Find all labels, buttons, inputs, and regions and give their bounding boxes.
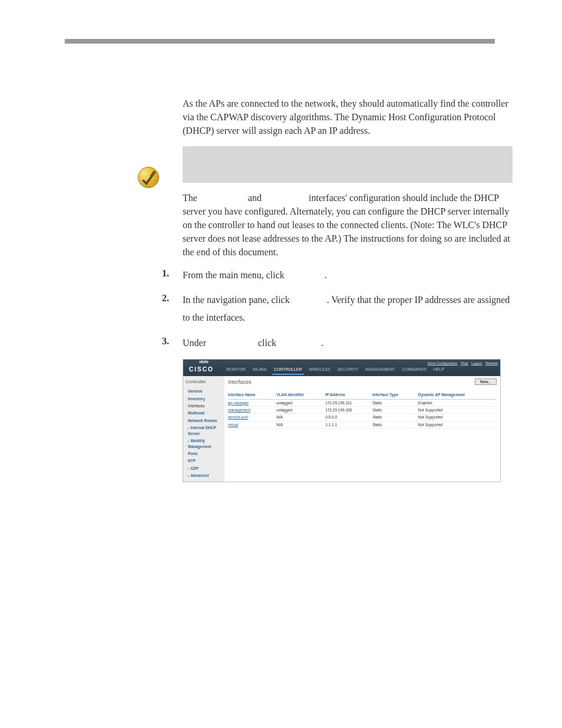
step-3-text-a: Under <box>183 338 209 348</box>
cell-vlan: N/A <box>276 414 325 421</box>
step-1: 1. From the main menu, click . <box>162 266 515 284</box>
note-box <box>183 146 513 183</box>
cell-vlan: untagged <box>276 399 325 406</box>
table-row: management untagged 172.29.199.100 Stati… <box>228 406 497 413</box>
sidebar-item-advanced[interactable]: Advanced <box>186 472 222 479</box>
p2-part-a: The <box>183 193 197 203</box>
link-ping[interactable]: Ping <box>461 361 468 365</box>
th-interface-name: Interface Name <box>228 391 276 399</box>
link-refresh[interactable]: Refresh <box>485 361 498 365</box>
th-type: Interface Type <box>372 391 418 399</box>
th-ip: IP Address <box>325 391 372 399</box>
ss-top-links: Save Configuration Ping Logout Refresh <box>425 361 498 366</box>
step-3-text-c: . <box>321 338 323 348</box>
sidebar-item-inventory[interactable]: Inventory <box>186 395 222 402</box>
paragraph-2: The and interfaces' configuration should… <box>183 191 515 259</box>
step-3-num: 3. <box>162 334 183 348</box>
sidebar-title: Controller <box>186 378 222 386</box>
table-row: virtual N/A 1.1.1.1 Static Not Supported <box>228 421 497 428</box>
sidebar-item-ntp[interactable]: NTP <box>186 457 222 465</box>
nav-commands[interactable]: COMMANDS <box>400 365 428 375</box>
cell-interface-name[interactable]: virtual <box>228 421 276 428</box>
cell-dynamic-ap: Enabled <box>418 399 497 406</box>
sidebar-item-network-routes[interactable]: Network Routes <box>186 417 222 424</box>
sidebar-item-ports[interactable]: Ports <box>186 450 222 457</box>
note-icon <box>136 165 161 190</box>
svg-point-0 <box>138 167 159 188</box>
step-1-text-b: . <box>325 270 327 280</box>
nav-management[interactable]: MANAGEMENT <box>363 365 396 375</box>
table-row: ap-manager untagged 172.29.199.101 Stati… <box>228 399 497 406</box>
interfaces-table: Interface Name VLAN Identifier IP Addres… <box>228 391 497 429</box>
table-row: service-port N/A 0.0.0.0 Static Not Supp… <box>228 414 497 421</box>
sidebar-item-dhcp-server[interactable]: Internal DHCP Server <box>186 424 222 437</box>
ss-nav: MONITOR WLANs CONTROLLER WIRELESS SECURI… <box>224 365 446 376</box>
p2-part-b: and <box>248 193 262 203</box>
wlc-screenshot: ıılıılıı CISCO Save Configuration Ping L… <box>183 359 501 482</box>
cell-ip: 172.29.199.101 <box>325 399 372 406</box>
cell-ip: 1.1.1.1 <box>325 421 372 428</box>
cell-type: Static <box>372 421 418 428</box>
step-1-num: 1. <box>162 266 183 280</box>
ss-header: ıılıılıı CISCO Save Configuration Ping L… <box>183 360 500 376</box>
sidebar-item-cdp[interactable]: CDP <box>186 465 222 472</box>
ss-main: Interfaces New... Interface Name VLAN Id… <box>224 376 500 482</box>
cell-type: Static <box>372 399 418 406</box>
cisco-logo: ıılıılıı CISCO <box>183 359 224 376</box>
step-2: 2. In the navigation pane, click . Verif… <box>162 291 515 327</box>
sidebar-item-interfaces[interactable]: Interfaces <box>186 403 222 410</box>
nav-security[interactable]: SECURITY <box>336 365 360 375</box>
sidebar-item-mobility[interactable]: Mobility Management <box>186 437 222 450</box>
step-2-num: 2. <box>162 291 183 305</box>
cell-interface-name[interactable]: management <box>228 406 276 413</box>
step-2-text-a: In the navigation pane, click <box>183 295 292 305</box>
cell-vlan: N/A <box>276 421 325 428</box>
header-rule <box>65 39 495 44</box>
step-3-text-b: click <box>258 338 276 348</box>
cell-type: Static <box>372 414 418 421</box>
sidebar-item-general[interactable]: General <box>186 388 222 395</box>
cell-dynamic-ap: Not Supported <box>418 414 497 421</box>
ss-body: Controller General Inventory Interfaces … <box>183 376 500 482</box>
nav-wireless[interactable]: WIRELESS <box>308 365 332 375</box>
th-dynamic-ap: Dynamic AP Management <box>418 391 497 399</box>
th-vlan: VLAN Identifier <box>276 391 325 399</box>
link-save-config[interactable]: Save Configuration <box>428 361 458 365</box>
nav-wlans[interactable]: WLANs <box>251 365 269 375</box>
cell-ip: 172.29.199.100 <box>325 406 372 413</box>
cell-ip: 0.0.0.0 <box>325 414 372 421</box>
cisco-logo-text: CISCO <box>189 366 214 373</box>
p2-part-c: interfaces' configuration should include… <box>183 193 510 258</box>
cell-interface-name[interactable]: service-port <box>228 414 276 421</box>
paragraph-1: As the APs are connected to the network,… <box>183 97 515 138</box>
cell-dynamic-ap: Not Supported <box>418 406 497 413</box>
nav-help[interactable]: HELP <box>432 365 446 375</box>
step-3: 3. Under click . <box>162 334 515 352</box>
sidebar-item-multicast[interactable]: Multicast <box>186 410 222 417</box>
table-header-row: Interface Name VLAN Identifier IP Addres… <box>228 391 497 399</box>
new-button[interactable]: New... <box>475 378 497 385</box>
step-1-text-a: From the main menu, click <box>183 270 287 280</box>
nav-monitor[interactable]: MONITOR <box>224 365 247 375</box>
cell-vlan: untagged <box>276 406 325 413</box>
cisco-logo-dots: ıılıılıı <box>189 359 219 365</box>
nav-controller[interactable]: CONTROLLER <box>272 365 304 375</box>
cell-type: Static <box>372 406 418 413</box>
main-title: Interfaces <box>228 378 497 386</box>
cell-interface-name[interactable]: ap-manager <box>228 399 276 406</box>
ss-sidebar: Controller General Inventory Interfaces … <box>183 376 224 482</box>
link-logout[interactable]: Logout <box>471 361 482 365</box>
cell-dynamic-ap: Not Supported <box>418 421 497 428</box>
